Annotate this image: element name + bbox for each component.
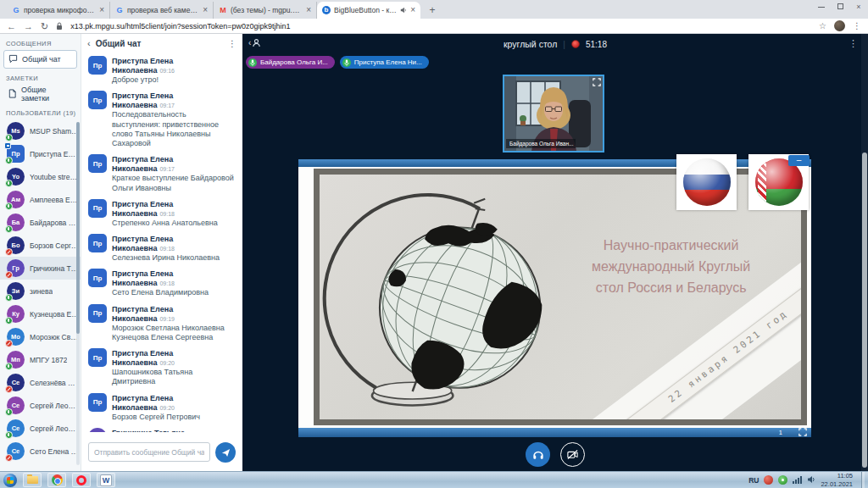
chat-back-icon[interactable]: ‹ — [87, 38, 91, 48]
taskbar-opera-icon[interactable] — [72, 473, 91, 487]
main-header: ‹ круглый стол | 51:18 ⋮ — [242, 34, 868, 54]
user-list-item[interactable]: Гр Гричихина Татьян... — [0, 257, 81, 280]
user-list-item[interactable]: Ms MSUP Shamak... (Вы) — [0, 119, 81, 142]
talking-indicator-pill[interactable]: Приступа Елена Ни... — [340, 56, 429, 69]
tab-close-icon[interactable]: × — [99, 6, 104, 14]
user-initials: Се — [12, 402, 20, 409]
user-list-item[interactable]: Мо Морозюк Светлан... — [0, 325, 81, 348]
tab-close-icon[interactable]: × — [203, 6, 208, 14]
show-desktop-button[interactable] — [861, 472, 865, 488]
sidebar-item-shared-notes[interactable]: Общие заметки — [3, 85, 77, 103]
chat-message-avatar: Пр — [88, 56, 107, 75]
talking-indicator-pill[interactable]: Байдарова Ольга И... — [246, 56, 335, 69]
user-list-item[interactable]: Ба Байдарова Ольга ... — [0, 211, 81, 234]
browser-profile-avatar[interactable] — [834, 20, 845, 31]
tab-title: (без темы) - mgpu.shamyakina@ — [231, 6, 303, 14]
user-list-item[interactable]: Се Сергей Леонидов... — [0, 394, 81, 417]
user-list-item[interactable]: Се Сергей Леонидов... — [0, 417, 81, 440]
webcam-fullscreen-icon[interactable] — [593, 78, 601, 88]
volume-icon[interactable] — [807, 475, 815, 485]
tab-close-icon[interactable]: × — [410, 6, 415, 14]
user-list-item[interactable]: Бо Борзов Сергей Пе... — [0, 234, 81, 257]
tab-favicon: G — [115, 6, 124, 14]
user-initials: Се — [12, 424, 20, 432]
system-tray: RU 11:05 22.01.2021 — [748, 472, 865, 488]
back-button[interactable]: ← — [7, 20, 16, 32]
tab-close-icon[interactable]: × — [306, 6, 311, 14]
browser-tab[interactable]: M (без темы) - mgpu.shamyakina@ × — [214, 2, 317, 19]
taskbar-clock[interactable]: 11:05 22.01.2021 — [821, 472, 856, 488]
browser-tab[interactable]: G проверка микрофона онлайн × — [7, 2, 110, 19]
user-list-item[interactable]: Зи зинева — [0, 280, 81, 302]
user-avatar: Мп — [7, 351, 25, 369]
browser-scrollbar[interactable] — [861, 34, 868, 471]
user-status-icon — [5, 134, 13, 141]
browser-tab[interactable]: b BigBlueButton - круглый ст... × — [317, 2, 420, 19]
chat-options-icon[interactable]: ⋮ — [228, 39, 236, 48]
user-avatar: Се — [7, 374, 25, 391]
network-icon[interactable] — [793, 476, 802, 484]
start-button[interactable] — [3, 474, 17, 487]
webcam-share-button[interactable] — [560, 442, 585, 467]
language-indicator[interactable]: RU — [748, 476, 759, 485]
tab-favicon: M — [219, 6, 227, 14]
bookmark-star-icon[interactable]: ☆ — [819, 21, 826, 30]
user-name: Приступа Елена ... — [30, 150, 79, 158]
window-close-button[interactable]: × — [853, 2, 865, 12]
send-message-button[interactable] — [215, 442, 236, 463]
chat-message-time: 09:18 — [159, 246, 175, 252]
taskbar-word-icon[interactable]: W — [97, 473, 115, 487]
presentation-fullscreen-icon[interactable] — [798, 428, 807, 438]
chat-message-input[interactable] — [88, 442, 210, 462]
options-menu-icon[interactable]: ⋮ — [849, 38, 858, 49]
sidebar-item-label: Общий чат — [22, 55, 61, 64]
user-avatar: Ms — [7, 122, 25, 140]
user-list-item[interactable]: Yo Youtube stream — [0, 165, 81, 188]
tab-title: BigBlueButton - круглый ст... — [334, 6, 397, 14]
user-status-icon — [5, 340, 13, 347]
user-status-icon — [5, 157, 13, 164]
chat-message-time: 09:18 — [159, 280, 175, 286]
sidebar-item-public-chat[interactable]: Общий чат — [3, 50, 77, 69]
window-minimize-button[interactable] — [815, 2, 827, 12]
user-name: Сето Елена Влад... — [30, 447, 79, 456]
forward-button[interactable]: → — [24, 20, 33, 32]
audio-join-button[interactable] — [526, 442, 550, 467]
minimize-presentation-button[interactable]: – — [788, 155, 810, 166]
reload-button[interactable]: ↻ — [41, 20, 48, 32]
user-status-icon — [5, 180, 13, 187]
tray-green-icon[interactable] — [778, 475, 787, 485]
taskbar-explorer-icon[interactable] — [23, 473, 42, 487]
user-name: Борзов Сергей Пе... — [30, 241, 79, 250]
user-name: Youtube stream — [30, 173, 79, 181]
tray-red-icon[interactable] — [764, 475, 773, 485]
url-text[interactable]: x13.pk.mpgu.su/html5client/join?sessionT… — [70, 22, 811, 30]
new-tab-button[interactable]: + — [426, 3, 439, 17]
users-scrollbar[interactable] — [76, 122, 80, 465]
user-list-item[interactable]: Се Селезнёва Ирина... — [0, 371, 81, 394]
browser-tab[interactable]: G проверка веб камеры онлайн × — [110, 2, 214, 19]
recording-indicator-icon[interactable] — [571, 40, 580, 48]
chat-message-text: Сето Елена Владимировна — [112, 288, 236, 297]
chat-input-row — [81, 434, 242, 471]
tab-audio-icon[interactable] — [400, 7, 407, 14]
user-list-item[interactable]: Мп МПГУ 1872 — [0, 348, 81, 371]
lock-icon — [56, 22, 63, 30]
user-list-item[interactable]: Ку Кузнецова Елена ... — [0, 302, 81, 325]
user-name: Амплеева Елизав... — [30, 196, 79, 204]
taskbar-chrome-icon[interactable] — [47, 473, 66, 487]
clock-time: 11:05 — [821, 472, 853, 480]
user-name: Гричихина Татьян... — [30, 264, 79, 273]
webcam-video[interactable]: Байдарова Ольга Иван... — [503, 75, 604, 152]
window-restore-button[interactable] — [834, 2, 846, 12]
browser-address-bar: ← → ↻ x13.pk.mpgu.su/html5client/join?se… — [0, 19, 868, 34]
meeting-title-group: круглый стол | 51:18 — [242, 34, 868, 54]
notes-section-header: ЗАМЕТКИ — [6, 75, 81, 82]
user-list-item[interactable]: Пр Приступа Елена ... — [0, 142, 81, 165]
browser-menu-icon[interactable]: ⋮ — [853, 21, 861, 30]
user-initials: Се — [12, 447, 20, 455]
chat-message-text: Шапошникова Татьяна Дмитриевна — [112, 368, 236, 387]
chat-message-avatar: Пр — [88, 304, 107, 323]
user-list-item[interactable]: Се Сето Елена Влад... — [0, 440, 81, 463]
user-list-item[interactable]: Ам Амплеева Елизав... — [0, 188, 81, 211]
